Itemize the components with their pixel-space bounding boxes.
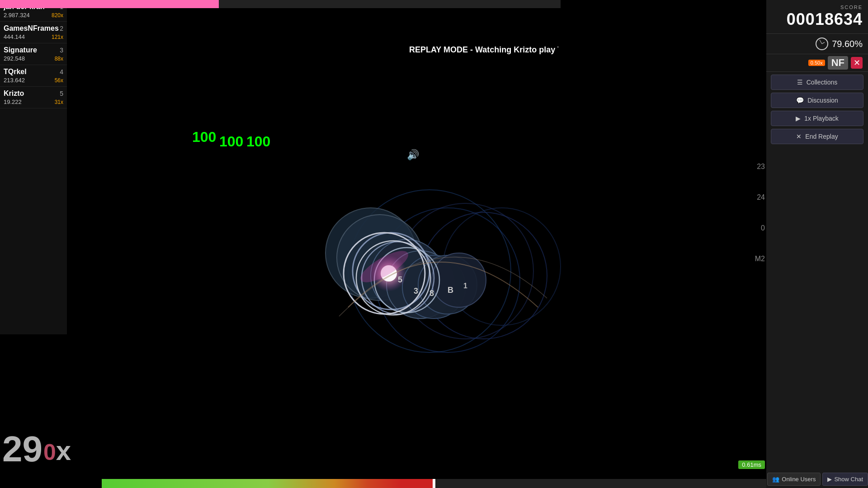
- collections-button[interactable]: ☰ Collections: [771, 75, 863, 90]
- leaderboard-entry: TQrkel 4 213.642 56x: [0, 65, 67, 87]
- seek-bar[interactable]: [102, 479, 766, 488]
- mod-nf-badge: NF: [828, 56, 848, 70]
- leaderboard-entry: Signature 3 292.548 88x: [0, 43, 67, 65]
- player-score: 444.144: [4, 33, 25, 40]
- player-score: 213.642: [4, 77, 25, 84]
- score-area: SCORE 00018634: [766, 0, 868, 34]
- seek-thumb[interactable]: [433, 479, 435, 488]
- svg-text:8: 8: [429, 289, 434, 298]
- latency-badge: 0.61ms: [738, 460, 765, 469]
- right-num-0: 0: [755, 224, 765, 232]
- right-numbers: 23 24 0 M2: [755, 163, 765, 286]
- player-rank: 3: [60, 47, 63, 54]
- svg-text:1: 1: [463, 282, 467, 290]
- player-combo: 121x: [52, 34, 63, 40]
- mod-area: 0.50x NF ✕: [766, 54, 868, 72]
- end-replay-icon: ✕: [796, 133, 802, 140]
- right-num-23: 23: [755, 163, 765, 171]
- combo-x-small: 0: [43, 439, 56, 465]
- clock-icon: [816, 38, 828, 50]
- player-score: 2.987.324: [4, 12, 30, 19]
- game-circles-svg: 5 3 8 B 1: [258, 172, 565, 375]
- score-value: 00018634: [772, 10, 863, 29]
- player-name: TQrkel: [4, 68, 27, 76]
- right-num-24: 24: [755, 193, 765, 202]
- player-score: 19.222: [4, 99, 22, 105]
- seek-fill: [102, 479, 434, 488]
- player-score: 292.548: [4, 55, 25, 62]
- playback-button[interactable]: ▶ 1x Playback: [771, 111, 863, 126]
- hit-number-2: 100: [219, 133, 243, 150]
- show-chat-label: Show Chat: [834, 476, 863, 483]
- replay-mode-text: REPLAY MODE - Watching Krizto play The Q…: [409, 45, 558, 55]
- hit-number-3: 100: [246, 133, 270, 150]
- progress-percentage: 79.60%: [832, 39, 863, 49]
- hit-number-1: 100: [192, 129, 216, 145]
- player-rank: 5: [60, 90, 63, 97]
- online-users-icon: 👥: [772, 476, 779, 483]
- sidebar: jan der kran 1 2.987.324 820x GamesNFram…: [0, 0, 67, 334]
- mod-close-button[interactable]: ✕: [851, 57, 863, 69]
- collections-label: Collections: [807, 79, 837, 86]
- seek-bar-container[interactable]: [102, 479, 766, 488]
- discussion-button[interactable]: 💬 Discussion: [771, 93, 863, 108]
- clock-row: 79.60%: [766, 34, 868, 54]
- show-chat-icon: ▶: [827, 476, 832, 483]
- bottom-combo: 29 0 x: [0, 428, 71, 470]
- right-num-m2: M2: [755, 255, 765, 263]
- mod-speed-badge: 0.50x: [808, 60, 825, 66]
- player-combo: 820x: [52, 12, 63, 19]
- end-replay-button[interactable]: ✕ End Replay: [771, 129, 863, 144]
- bottom-bar: 👥 Online Users ▶ Show Chat: [766, 470, 868, 488]
- player-name: Krizto: [4, 89, 24, 98]
- online-users-button[interactable]: 👥 Online Users: [767, 473, 821, 486]
- end-replay-label: End Replay: [805, 133, 838, 140]
- player-combo: 31x: [55, 99, 63, 105]
- player-rank: 2: [60, 25, 63, 32]
- leaderboard-entry: GamesNFrames 2 444.144 121x: [0, 22, 67, 43]
- combo-number: 29: [2, 428, 42, 470]
- leaderboard: jan der kran 1 2.987.324 820x GamesNFram…: [0, 0, 67, 108]
- player-rank: 4: [60, 68, 63, 75]
- leaderboard-entry: Krizto 5 19.222 31x: [0, 87, 67, 108]
- player-name: Signature: [4, 46, 37, 54]
- svg-text:3: 3: [414, 286, 418, 296]
- svg-text:B: B: [448, 286, 453, 295]
- cursor-icon: 🔊: [407, 149, 419, 161]
- collections-icon: ☰: [797, 79, 803, 86]
- svg-text:5: 5: [398, 275, 402, 284]
- online-users-label: Online Users: [782, 476, 816, 483]
- playback-icon: ▶: [796, 115, 801, 122]
- show-chat-button[interactable]: ▶ Show Chat: [822, 473, 868, 486]
- player-name: GamesNFrames: [4, 24, 59, 33]
- progress-bar-container: [0, 0, 561, 8]
- progress-bar-fill: [0, 0, 219, 8]
- score-label: SCORE: [772, 5, 863, 10]
- combo-x-label: x: [56, 435, 71, 466]
- playback-label: 1x Playback: [804, 115, 838, 122]
- player-combo: 56x: [55, 77, 63, 84]
- player-combo: 88x: [55, 56, 63, 62]
- discussion-label: Discussion: [807, 97, 838, 104]
- right-panel: SCORE 00018634 79.60% 0.50x NF ✕ ☰ Colle…: [766, 0, 868, 488]
- discussion-icon: 💬: [796, 97, 804, 104]
